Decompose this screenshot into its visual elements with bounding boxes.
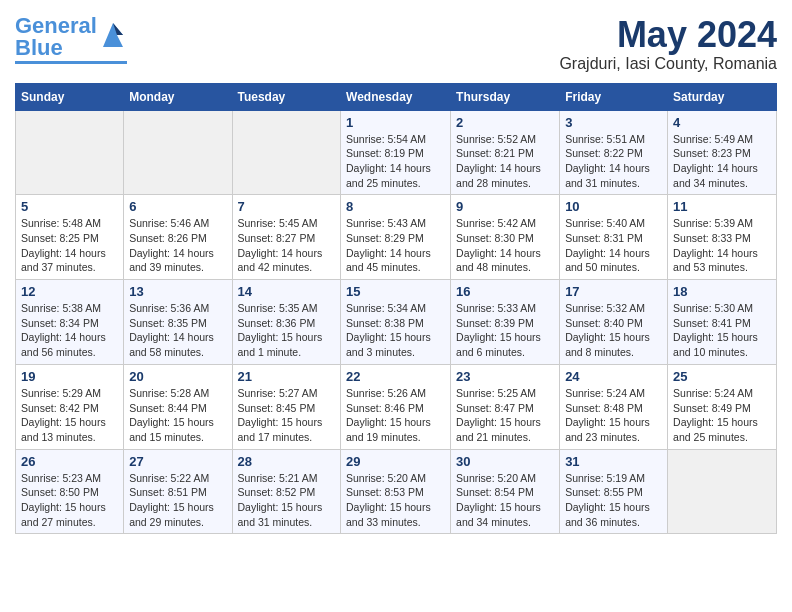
day-cell: 10Sunrise: 5:40 AM Sunset: 8:31 PM Dayli…: [560, 195, 668, 280]
calendar-table: SundayMondayTuesdayWednesdayThursdayFrid…: [15, 83, 777, 535]
day-info: Sunrise: 5:23 AM Sunset: 8:50 PM Dayligh…: [21, 471, 118, 530]
day-number: 19: [21, 369, 118, 384]
day-cell: 7Sunrise: 5:45 AM Sunset: 8:27 PM Daylig…: [232, 195, 341, 280]
day-number: 21: [238, 369, 336, 384]
day-cell: 24Sunrise: 5:24 AM Sunset: 8:48 PM Dayli…: [560, 364, 668, 449]
day-cell: 2Sunrise: 5:52 AM Sunset: 8:21 PM Daylig…: [451, 110, 560, 195]
day-info: Sunrise: 5:21 AM Sunset: 8:52 PM Dayligh…: [238, 471, 336, 530]
day-info: Sunrise: 5:27 AM Sunset: 8:45 PM Dayligh…: [238, 386, 336, 445]
day-cell: 31Sunrise: 5:19 AM Sunset: 8:55 PM Dayli…: [560, 449, 668, 534]
logo-text: General Blue: [15, 15, 97, 59]
header-sunday: Sunday: [16, 83, 124, 110]
day-info: Sunrise: 5:20 AM Sunset: 8:53 PM Dayligh…: [346, 471, 445, 530]
day-cell: [124, 110, 232, 195]
day-number: 10: [565, 199, 662, 214]
day-info: Sunrise: 5:28 AM Sunset: 8:44 PM Dayligh…: [129, 386, 226, 445]
day-info: Sunrise: 5:42 AM Sunset: 8:30 PM Dayligh…: [456, 216, 554, 275]
day-cell: 27Sunrise: 5:22 AM Sunset: 8:51 PM Dayli…: [124, 449, 232, 534]
title-block: May 2024 Grajduri, Iasi County, Romania: [559, 15, 777, 73]
day-number: 9: [456, 199, 554, 214]
logo-underline: [15, 61, 127, 64]
day-info: Sunrise: 5:49 AM Sunset: 8:23 PM Dayligh…: [673, 132, 771, 191]
day-number: 27: [129, 454, 226, 469]
day-info: Sunrise: 5:52 AM Sunset: 8:21 PM Dayligh…: [456, 132, 554, 191]
day-cell: 6Sunrise: 5:46 AM Sunset: 8:26 PM Daylig…: [124, 195, 232, 280]
day-number: 13: [129, 284, 226, 299]
day-info: Sunrise: 5:22 AM Sunset: 8:51 PM Dayligh…: [129, 471, 226, 530]
day-cell: 4Sunrise: 5:49 AM Sunset: 8:23 PM Daylig…: [668, 110, 777, 195]
day-number: 5: [21, 199, 118, 214]
header-monday: Monday: [124, 83, 232, 110]
day-number: 3: [565, 115, 662, 130]
day-cell: 1Sunrise: 5:54 AM Sunset: 8:19 PM Daylig…: [341, 110, 451, 195]
week-row-4: 19Sunrise: 5:29 AM Sunset: 8:42 PM Dayli…: [16, 364, 777, 449]
month-title: May 2024: [559, 15, 777, 55]
week-row-3: 12Sunrise: 5:38 AM Sunset: 8:34 PM Dayli…: [16, 280, 777, 365]
day-cell: [232, 110, 341, 195]
day-info: Sunrise: 5:35 AM Sunset: 8:36 PM Dayligh…: [238, 301, 336, 360]
day-cell: [668, 449, 777, 534]
day-cell: 13Sunrise: 5:36 AM Sunset: 8:35 PM Dayli…: [124, 280, 232, 365]
day-number: 15: [346, 284, 445, 299]
day-number: 6: [129, 199, 226, 214]
day-number: 17: [565, 284, 662, 299]
week-row-1: 1Sunrise: 5:54 AM Sunset: 8:19 PM Daylig…: [16, 110, 777, 195]
day-info: Sunrise: 5:45 AM Sunset: 8:27 PM Dayligh…: [238, 216, 336, 275]
logo-blue: Blue: [15, 35, 63, 60]
day-cell: 19Sunrise: 5:29 AM Sunset: 8:42 PM Dayli…: [16, 364, 124, 449]
day-number: 16: [456, 284, 554, 299]
header-saturday: Saturday: [668, 83, 777, 110]
day-info: Sunrise: 5:20 AM Sunset: 8:54 PM Dayligh…: [456, 471, 554, 530]
day-number: 22: [346, 369, 445, 384]
day-number: 25: [673, 369, 771, 384]
day-number: 26: [21, 454, 118, 469]
calendar-header-row: SundayMondayTuesdayWednesdayThursdayFrid…: [16, 83, 777, 110]
day-cell: 12Sunrise: 5:38 AM Sunset: 8:34 PM Dayli…: [16, 280, 124, 365]
day-cell: 14Sunrise: 5:35 AM Sunset: 8:36 PM Dayli…: [232, 280, 341, 365]
logo-icon: [99, 19, 127, 51]
day-cell: 29Sunrise: 5:20 AM Sunset: 8:53 PM Dayli…: [341, 449, 451, 534]
day-info: Sunrise: 5:19 AM Sunset: 8:55 PM Dayligh…: [565, 471, 662, 530]
day-number: 30: [456, 454, 554, 469]
day-number: 2: [456, 115, 554, 130]
day-number: 8: [346, 199, 445, 214]
day-cell: 26Sunrise: 5:23 AM Sunset: 8:50 PM Dayli…: [16, 449, 124, 534]
logo: General Blue: [15, 15, 127, 64]
day-info: Sunrise: 5:36 AM Sunset: 8:35 PM Dayligh…: [129, 301, 226, 360]
day-cell: 3Sunrise: 5:51 AM Sunset: 8:22 PM Daylig…: [560, 110, 668, 195]
day-number: 23: [456, 369, 554, 384]
day-cell: 17Sunrise: 5:32 AM Sunset: 8:40 PM Dayli…: [560, 280, 668, 365]
day-info: Sunrise: 5:24 AM Sunset: 8:49 PM Dayligh…: [673, 386, 771, 445]
week-row-2: 5Sunrise: 5:48 AM Sunset: 8:25 PM Daylig…: [16, 195, 777, 280]
day-info: Sunrise: 5:25 AM Sunset: 8:47 PM Dayligh…: [456, 386, 554, 445]
day-number: 24: [565, 369, 662, 384]
day-info: Sunrise: 5:54 AM Sunset: 8:19 PM Dayligh…: [346, 132, 445, 191]
day-number: 4: [673, 115, 771, 130]
location: Grajduri, Iasi County, Romania: [559, 55, 777, 73]
day-cell: 22Sunrise: 5:26 AM Sunset: 8:46 PM Dayli…: [341, 364, 451, 449]
day-cell: 30Sunrise: 5:20 AM Sunset: 8:54 PM Dayli…: [451, 449, 560, 534]
day-info: Sunrise: 5:51 AM Sunset: 8:22 PM Dayligh…: [565, 132, 662, 191]
day-info: Sunrise: 5:33 AM Sunset: 8:39 PM Dayligh…: [456, 301, 554, 360]
day-info: Sunrise: 5:39 AM Sunset: 8:33 PM Dayligh…: [673, 216, 771, 275]
day-cell: 20Sunrise: 5:28 AM Sunset: 8:44 PM Dayli…: [124, 364, 232, 449]
day-info: Sunrise: 5:34 AM Sunset: 8:38 PM Dayligh…: [346, 301, 445, 360]
header-wednesday: Wednesday: [341, 83, 451, 110]
day-number: 7: [238, 199, 336, 214]
header-thursday: Thursday: [451, 83, 560, 110]
day-info: Sunrise: 5:32 AM Sunset: 8:40 PM Dayligh…: [565, 301, 662, 360]
header-friday: Friday: [560, 83, 668, 110]
day-number: 18: [673, 284, 771, 299]
day-cell: [16, 110, 124, 195]
day-number: 12: [21, 284, 118, 299]
day-cell: 15Sunrise: 5:34 AM Sunset: 8:38 PM Dayli…: [341, 280, 451, 365]
day-info: Sunrise: 5:38 AM Sunset: 8:34 PM Dayligh…: [21, 301, 118, 360]
week-row-5: 26Sunrise: 5:23 AM Sunset: 8:50 PM Dayli…: [16, 449, 777, 534]
day-cell: 18Sunrise: 5:30 AM Sunset: 8:41 PM Dayli…: [668, 280, 777, 365]
day-cell: 25Sunrise: 5:24 AM Sunset: 8:49 PM Dayli…: [668, 364, 777, 449]
day-cell: 8Sunrise: 5:43 AM Sunset: 8:29 PM Daylig…: [341, 195, 451, 280]
day-number: 11: [673, 199, 771, 214]
day-number: 29: [346, 454, 445, 469]
day-number: 1: [346, 115, 445, 130]
page-header: General Blue May 2024 Grajduri, Iasi Cou…: [15, 15, 777, 73]
